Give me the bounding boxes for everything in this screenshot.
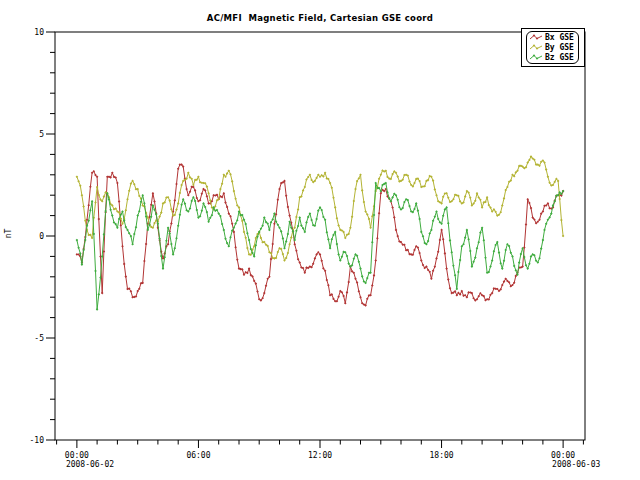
legend-entry-by: By GSE [529, 43, 577, 52]
svg-text:00:00: 00:00 [551, 451, 575, 460]
plot-canvas: 1050-5-1000:002008-06-0206:0012:0018:000… [0, 0, 640, 480]
legend-entry-label: Bx GSE [545, 33, 574, 42]
svg-text:00:00: 00:00 [65, 451, 89, 460]
legend-entry-label: By GSE [545, 43, 574, 52]
svg-text:-10: -10 [30, 436, 45, 445]
legend-entry-bx: Bx GSE [529, 33, 577, 42]
svg-text:12:00: 12:00 [308, 451, 332, 460]
bx-line-sample-icon [529, 33, 543, 42]
legend-box: Bx GSE By GSE Bz GSE [521, 28, 585, 67]
by-line-sample-icon [529, 43, 543, 52]
svg-text:2008-06-03: 2008-06-03 [552, 460, 600, 469]
svg-text:18:00: 18:00 [430, 451, 454, 460]
svg-text:10: 10 [34, 28, 44, 37]
svg-text:06:00: 06:00 [186, 451, 210, 460]
magnetic-field-plot: AC/MFI Magnetic Field, Cartesian GSE coo… [0, 0, 640, 480]
svg-text:-5: -5 [34, 334, 44, 343]
svg-text:5: 5 [39, 130, 44, 139]
legend-entry-label: Bz GSE [545, 53, 574, 62]
legend-entry-bz: Bz GSE [529, 53, 577, 62]
svg-text:2008-06-02: 2008-06-02 [66, 460, 114, 469]
bz-line-sample-icon [529, 53, 543, 62]
svg-text:0: 0 [39, 232, 44, 241]
legend-frame: Bx GSE By GSE Bz GSE [526, 31, 579, 64]
